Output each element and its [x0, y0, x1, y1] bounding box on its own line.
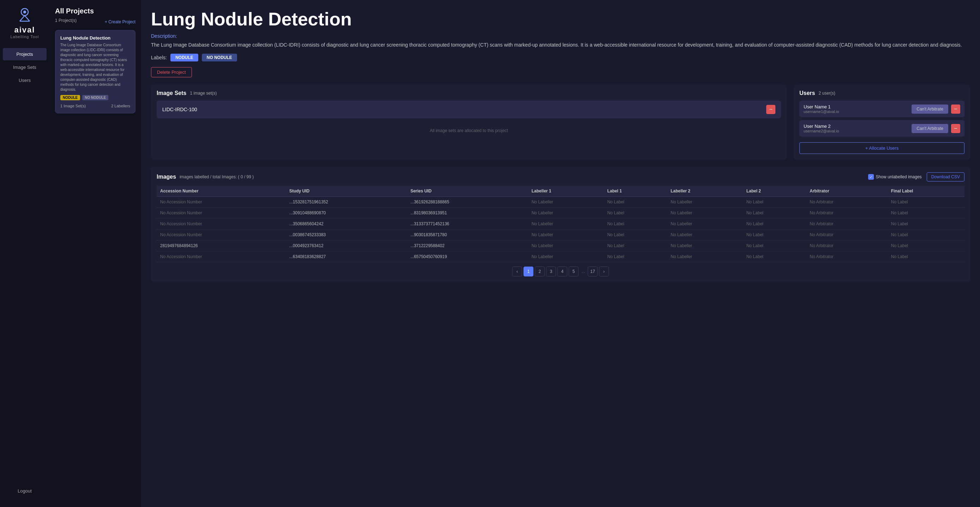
show-unlabelled-checkbox[interactable]: ✓ — [868, 174, 874, 180]
logout-button[interactable]: Logout — [12, 485, 37, 497]
project-card-title: Lung Nodule Detection — [60, 35, 130, 41]
users-header: Users 2 user(s) — [799, 90, 964, 96]
table-row[interactable]: No Accession Number...153281751961352...… — [157, 197, 964, 207]
table-row[interactable]: No Accession Number...63408183628827...6… — [157, 251, 964, 262]
page-btn-3[interactable]: 3 — [546, 266, 556, 276]
table-row[interactable]: 2819497684894126...0004923763412...37122… — [157, 241, 964, 251]
user-info-2: User Name 2 username2@aival.io — [803, 124, 839, 133]
col-labeller2: Labeller 2 — [667, 186, 743, 197]
labellers-count-label: 2 Labellers — [111, 104, 130, 108]
show-unlabelled-label[interactable]: ✓ Show unlabelled images — [868, 174, 922, 180]
cant-arbitrate-btn-1[interactable]: Can't Arbitrate — [912, 105, 948, 114]
user-row-1: User Name 1 username1@aival.io Can't Arb… — [799, 100, 964, 117]
users-count: 2 user(s) — [818, 91, 835, 96]
next-page-button[interactable]: › — [599, 266, 609, 276]
main-content: All Projects 1 Project(s) + Create Proje… — [49, 0, 980, 507]
panels-row: Image Sets 1 image set(s) LIDC-IRDC-100 … — [151, 84, 970, 159]
remove-user-btn-2[interactable]: − — [951, 124, 960, 133]
create-project-link[interactable]: + Create Project — [105, 19, 135, 24]
labels-row: Labels: NODULE NO NODULE — [151, 54, 970, 61]
image-sets-title: Image Sets — [157, 90, 186, 96]
table-cell: No Label — [743, 207, 807, 218]
cant-arbitrate-btn-2[interactable]: Can't Arbitrate — [912, 124, 948, 133]
table-cell: No Accession Number — [157, 197, 286, 207]
table-cell: No Label — [888, 230, 964, 241]
table-cell: No Label — [743, 197, 807, 207]
image-set-row: LIDC-IRDC-100 − — [157, 100, 781, 118]
table-cell: No Label — [743, 230, 807, 241]
page-btn-1[interactable]: 1 — [523, 266, 533, 276]
logo-area: aival Labelling Tool — [10, 6, 39, 39]
svg-point-4 — [23, 11, 26, 13]
user-actions-2: Can't Arbitrate − — [912, 124, 960, 133]
table-cell: No Labeller — [528, 251, 604, 262]
table-cell: 2819497684894126 — [157, 241, 286, 251]
projects-header: All Projects — [55, 7, 135, 15]
user-info-1: User Name 1 username1@aival.io — [803, 104, 839, 114]
label-pill-nodule: NODULE — [170, 54, 198, 61]
table-head: Accession Number Study UID Series UID La… — [157, 186, 964, 197]
table-cell: No Labeller — [528, 207, 604, 218]
user-email-1: username1@aival.io — [803, 110, 839, 114]
col-accession: Accession Number — [157, 186, 286, 197]
delete-project-button[interactable]: Delete Project — [151, 67, 192, 77]
table-cell: No Arbitrator — [806, 230, 888, 241]
page-btn-4[interactable]: 4 — [557, 266, 567, 276]
table-row[interactable]: No Accession Number...00386745233383...9… — [157, 230, 964, 241]
table-row[interactable]: No Accession Number...3506865604242...31… — [157, 218, 964, 230]
table-cell: ...63408183628827 — [286, 251, 407, 262]
sidebar-item-users[interactable]: Users — [3, 74, 46, 86]
users-title: Users — [799, 90, 815, 96]
images-header-left: Images images labelled / total Images: (… — [157, 174, 254, 180]
table-cell: No Labeller — [528, 230, 604, 241]
table-cell: No Label — [888, 251, 964, 262]
sidebar: aival Labelling Tool Projects Image Sets… — [0, 0, 49, 507]
table-cell: No Arbitrator — [806, 218, 888, 230]
col-study-uid: Study UID — [286, 186, 407, 197]
user-name-1: User Name 1 — [803, 104, 839, 110]
description-label: Description: — [151, 33, 970, 39]
remove-user-btn-1[interactable]: − — [951, 105, 960, 114]
label-badge-no-nodule: NO NODULE — [82, 95, 108, 100]
table-cell: ...00386745233383 — [286, 230, 407, 241]
labels-key: Labels: — [151, 55, 167, 61]
page-btn-5[interactable]: 5 — [569, 266, 579, 276]
table-cell: No Labeller — [667, 207, 743, 218]
sidebar-item-projects[interactable]: Projects — [3, 48, 46, 61]
images-header-right: ✓ Show unlabelled images Download CSV — [868, 172, 964, 182]
allocate-users-button[interactable]: + Allocate Users — [799, 142, 964, 154]
project-card-footer: 1 Image Set(s) 2 Labellers — [60, 104, 130, 108]
download-csv-button[interactable]: Download CSV — [927, 172, 964, 182]
prev-page-button[interactable]: ‹ — [512, 266, 522, 276]
table-cell: No Label — [743, 241, 807, 251]
table-cell: ...3712229588402 — [407, 241, 528, 251]
images-panel: Images images labelled / total Images: (… — [151, 167, 970, 282]
table-cell: ...3506865604242 — [286, 218, 407, 230]
table-cell: No Labeller — [667, 197, 743, 207]
project-count: 1 Project(s) — [55, 18, 76, 23]
remove-image-set-button[interactable]: − — [766, 105, 775, 114]
project-card[interactable]: Lung Nodule Detection The Lung Image Dat… — [55, 30, 135, 113]
all-allocated-message: All image sets are allocated to this pro… — [157, 121, 781, 136]
table-body: No Accession Number...153281751961352...… — [157, 197, 964, 262]
detail-title: Lung Nodule Detection — [151, 8, 970, 30]
projects-title: All Projects — [55, 7, 94, 15]
app-subtitle: Labelling Tool — [10, 35, 39, 39]
table-cell: No Label — [604, 218, 667, 230]
project-card-labels: NODULE NO NODULE — [60, 95, 130, 100]
table-cell: ...83198036913951 — [407, 207, 528, 218]
page-btn-last[interactable]: 17 — [588, 266, 598, 276]
table-cell: No Arbitrator — [806, 197, 888, 207]
svg-line-2 — [25, 16, 30, 21]
table-cell: No Arbitrator — [806, 251, 888, 262]
table-cell: No Arbitrator — [806, 207, 888, 218]
sidebar-item-image-sets[interactable]: Image Sets — [3, 61, 46, 73]
table-cell: ...313373771452136 — [407, 218, 528, 230]
table-cell: ...30910488690870 — [286, 207, 407, 218]
page-btn-2[interactable]: 2 — [535, 266, 545, 276]
col-arbitrator: Arbitrator — [806, 186, 888, 197]
label-badge-nodule: NODULE — [60, 95, 80, 100]
table-cell: No Labeller — [528, 241, 604, 251]
table-row[interactable]: No Accession Number...30910488690870...8… — [157, 207, 964, 218]
image-sets-count-label: 1 Image Set(s) — [60, 104, 86, 108]
